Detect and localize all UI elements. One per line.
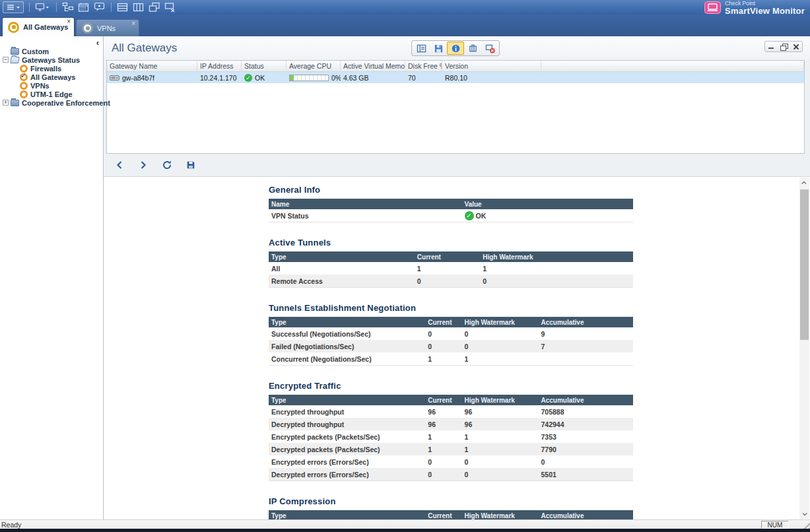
- calendar-icon[interactable]: [78, 1, 90, 13]
- gateway-memory-cell: 4.63 GB: [341, 72, 405, 83]
- detail-table: TypeCurrentHigh WatermarkAccumulativeCom…: [269, 510, 633, 519]
- detail-column-header: Type: [269, 397, 425, 404]
- detail-table-row: Encrypted packets (Packets/Sec)117353: [269, 430, 633, 443]
- detail-cell: 0: [462, 343, 539, 350]
- detail-table-row: Encrypted errors (Errors/Sec)000: [269, 455, 633, 468]
- details-view-button[interactable]: [413, 42, 430, 55]
- detail-cell: 7790: [538, 446, 633, 453]
- cascade-windows-icon[interactable]: [149, 1, 160, 13]
- column-header-status[interactable]: Status: [242, 61, 287, 72]
- detail-cell: 96: [425, 408, 461, 416]
- detail-cell: Failed (Negotiations/Sec): [269, 343, 425, 350]
- scroll-down-icon[interactable]: [799, 508, 809, 519]
- titlebar: Check Point SmartView Monitor: [0, 0, 810, 15]
- tree-expander-icon[interactable]: +: [3, 100, 9, 106]
- detail-cell: Decrypted errors (Errors/Sec): [269, 471, 425, 479]
- scrollbar-thumb[interactable]: [800, 189, 809, 340]
- column-header-disk-free[interactable]: Disk Free %: [405, 61, 442, 72]
- info-button[interactable]: [447, 42, 464, 55]
- sidebar-item-all-gateways[interactable]: All Gateways: [0, 73, 103, 81]
- tree-expander-icon[interactable]: −: [3, 57, 9, 63]
- sidebar-item-cooperative-enforcement[interactable]: +Cooperative Enforcement: [0, 98, 103, 107]
- gateway-row-selected[interactable]: gw-a84b7f 10.24.1.170 ✓ OK 0% 4.63 GB 70…: [107, 72, 804, 83]
- tab-close-icon[interactable]: ×: [67, 18, 71, 25]
- column-header-ip-address[interactable]: IP Address: [197, 61, 242, 72]
- disconnect-button[interactable]: [481, 42, 498, 55]
- detail-table-header-row: TypeCurrentHigh WatermarkAccumulative: [269, 395, 633, 405]
- back-button[interactable]: [113, 158, 126, 172]
- columns-view-icon[interactable]: [133, 1, 145, 13]
- gateway-name: gw-a84b7f: [122, 74, 154, 82]
- forward-button[interactable]: [137, 158, 150, 172]
- detail-cell: Encrypted errors (Errors/Sec): [269, 458, 425, 466]
- detail-cell: 96: [462, 408, 539, 416]
- detail-column-header: High Watermark: [462, 512, 539, 519]
- sidebar-item-vpns[interactable]: VPNs: [0, 81, 103, 90]
- detail-cell: 1: [480, 265, 633, 273]
- column-header-version[interactable]: Version: [442, 61, 541, 72]
- detail-table-row: Encrypted throughput9696705888: [269, 405, 633, 418]
- cpu-usage-bar: [289, 75, 329, 81]
- column-header-gateway-name[interactable]: Gateway Name: [107, 61, 197, 72]
- detail-cell: 1: [462, 355, 539, 363]
- ok-status-icon: ✓: [465, 211, 474, 220]
- detail-column-header: Type: [269, 319, 425, 326]
- detail-column-header: Accumulative: [538, 319, 633, 326]
- detail-cell: 1: [462, 433, 539, 441]
- detail-section: Tunnels Establishment NegotiationTypeCur…: [269, 303, 633, 366]
- tab-vpns[interactable]: VPNs ×: [76, 19, 139, 36]
- tab-all-gateways[interactable]: All Gateways ×: [2, 17, 75, 36]
- sidebar-item-utm-1-edge[interactable]: UTM-1 Edge: [0, 90, 103, 98]
- sidebar-item-custom[interactable]: Custom: [0, 47, 103, 55]
- detail-cell: 742944: [538, 420, 633, 428]
- smartview-monitor-window: Check Point SmartView Monitor All Gatewa…: [0, 0, 810, 532]
- restore-button[interactable]: [779, 43, 788, 51]
- message-bubble-icon[interactable]: [94, 1, 106, 13]
- detail-table-header-row: TypeCurrentHigh WatermarkAccumulative: [269, 510, 633, 519]
- rows-view-icon[interactable]: [117, 1, 129, 13]
- sidebar-item-label: Firewalls: [30, 65, 61, 73]
- detail-cell: 0: [425, 471, 461, 479]
- brand: Check Point SmartView Monitor: [704, 1, 805, 15]
- gateway-cpu-cell: 0%: [287, 72, 341, 83]
- detail-column-header: Name: [269, 201, 462, 208]
- checkpoint-logo-icon: [704, 1, 721, 14]
- save-button[interactable]: [430, 42, 447, 55]
- sidebar-item-firewalls[interactable]: Firewalls: [0, 64, 103, 73]
- gateway-ring-icon: [20, 90, 28, 98]
- sidebar-item-label: Custom: [22, 48, 49, 55]
- gateway-package-button[interactable]: [464, 42, 481, 55]
- monitor-dropdown-icon[interactable]: [35, 1, 51, 13]
- sidebar-item-label: Cooperative Enforcement: [22, 99, 110, 107]
- toolbar-separator: [111, 3, 112, 12]
- refresh-button[interactable]: [160, 158, 174, 172]
- main-menu-icon[interactable]: [3, 1, 24, 13]
- num-lock-indicator: NUM: [761, 521, 789, 529]
- detail-cell: Encrypted throughput: [269, 408, 425, 416]
- tab-close-icon[interactable]: ×: [131, 20, 135, 27]
- main-header: All Gateways: [104, 36, 810, 60]
- detail-cell: 7: [538, 343, 633, 350]
- detail-table-row: Decrypted errors (Errors/Sec)005501: [269, 468, 633, 481]
- column-header-active-virtual-memory[interactable]: Active Virtual Memory: [341, 61, 405, 72]
- detail-cell-text: OK: [476, 212, 487, 220]
- close-window-icon[interactable]: [164, 1, 176, 13]
- gateway-ring-icon: [20, 82, 28, 90]
- column-header-average-cpu[interactable]: Average CPU: [287, 61, 341, 72]
- resize-grip[interactable]: [801, 520, 810, 529]
- detail-sections: General InfoNameValueVPN Status✓OKActive…: [269, 185, 633, 519]
- minimize-button[interactable]: [766, 43, 776, 51]
- detail-cell: Encrypted packets (Packets/Sec): [269, 433, 425, 441]
- sidebar-item-gateways-status[interactable]: −Gateways Status: [0, 55, 103, 64]
- detail-table-row: Failed (Negotiations/Sec)007: [269, 340, 633, 352]
- hierarchy-icon[interactable]: [62, 1, 74, 13]
- scroll-up-icon[interactable]: [799, 178, 809, 188]
- sidebar-collapse-icon[interactable]: ‹: [96, 39, 99, 47]
- vertical-scrollbar[interactable]: [799, 178, 809, 519]
- detail-table-row: VPN Status✓OK: [269, 209, 633, 222]
- save-report-button[interactable]: [184, 158, 197, 172]
- close-button[interactable]: [792, 43, 801, 51]
- status-ready-text: Ready: [0, 521, 21, 529]
- tab-label: All Gateways: [23, 23, 68, 31]
- detail-cell: 1: [425, 433, 461, 441]
